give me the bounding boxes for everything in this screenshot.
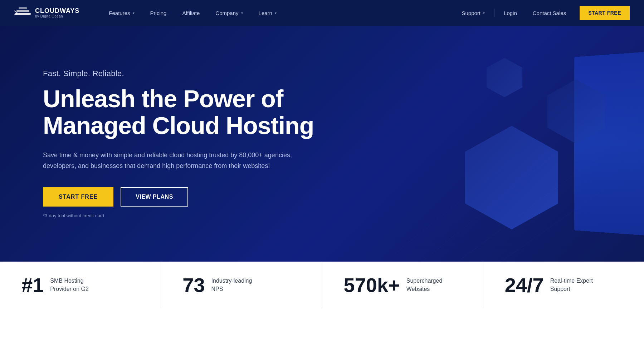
trial-note: *3-day trial without credit card xyxy=(43,213,365,218)
chevron-down-icon: ▾ xyxy=(133,11,135,15)
nav-item-support[interactable]: Support ▾ xyxy=(454,0,493,26)
hero-graphic xyxy=(365,26,644,262)
brand-name: CLOUDWAYS xyxy=(35,8,79,15)
hero-content: Fast. Simple. Reliable. Unleash the Powe… xyxy=(43,69,365,218)
hero-section: Fast. Simple. Reliable. Unleash the Powe… xyxy=(0,26,644,262)
blue-panel xyxy=(574,51,644,236)
chevron-down-icon: ▾ xyxy=(241,11,243,15)
grid-lines xyxy=(394,154,644,262)
svg-rect-0 xyxy=(15,13,31,15)
nav-item-login[interactable]: Login xyxy=(496,0,525,26)
stat-label-2: Industry-leading NPS xyxy=(211,277,258,293)
logo[interactable]: CLOUDWAYS by DigitalOcean xyxy=(14,6,79,19)
svg-line-3 xyxy=(394,154,519,254)
logo-icon xyxy=(14,6,31,19)
svg-rect-1 xyxy=(16,10,29,12)
navbar: CLOUDWAYS by DigitalOcean Features ▾ Pri… xyxy=(0,0,644,26)
nav-item-company[interactable]: Company ▾ xyxy=(208,0,250,26)
start-free-nav-button[interactable]: START FREE xyxy=(580,6,630,20)
stat-number-4: 24/7 xyxy=(505,275,544,295)
stat-item-2: 73 Industry-leading NPS xyxy=(161,262,322,308)
stat-number-3: 570k+ xyxy=(344,275,400,295)
stat-number-1: #1 xyxy=(21,275,44,295)
stat-label-4: Real-time Expert Support xyxy=(550,277,597,293)
view-plans-button[interactable]: VIEW PLANS xyxy=(121,187,188,207)
nav-item-pricing[interactable]: Pricing xyxy=(142,0,175,26)
stat-label-3: Supercharged Websites xyxy=(406,277,453,293)
stat-item-3: 570k+ Supercharged Websites xyxy=(322,262,483,308)
hero-title: Unleash the Power of Managed Cloud Hosti… xyxy=(43,85,365,139)
chevron-down-icon: ▾ xyxy=(275,11,277,15)
chevron-down-icon: ▾ xyxy=(483,11,485,15)
stat-label-1: SMB Hosting Provider on G2 xyxy=(50,277,97,293)
hero-buttons: START FREE VIEW PLANS xyxy=(43,187,365,207)
hero-tagline: Fast. Simple. Reliable. xyxy=(43,69,365,78)
brand-subtitle: by DigitalOcean xyxy=(35,14,79,18)
stat-number-2: 73 xyxy=(182,275,205,295)
hero-description: Save time & money with simple and reliab… xyxy=(43,150,315,172)
svg-line-6 xyxy=(501,162,644,262)
svg-rect-2 xyxy=(19,7,27,9)
logo-text: CLOUDWAYS by DigitalOcean xyxy=(35,8,79,19)
nav-item-learn[interactable]: Learn ▾ xyxy=(251,0,284,26)
nav-item-affiliate[interactable]: Affiliate xyxy=(174,0,208,26)
svg-line-4 xyxy=(422,154,555,262)
nav-divider xyxy=(494,9,494,17)
hex-shape-large xyxy=(465,126,558,229)
nav-right: Support ▾ Login Contact Sales START FREE xyxy=(454,0,630,26)
hex-shape-small xyxy=(487,58,522,97)
nav-links: Features ▾ Pricing Affiliate Company ▾ L… xyxy=(101,0,454,26)
stat-item-1: #1 SMB Hosting Provider on G2 xyxy=(0,262,161,308)
hex-shape-medium xyxy=(547,79,605,144)
stat-item-4: 24/7 Real-time Expert Support xyxy=(483,262,644,308)
nav-item-contact-sales[interactable]: Contact Sales xyxy=(525,0,574,26)
start-free-button[interactable]: START FREE xyxy=(43,187,113,207)
hex-container xyxy=(372,36,623,251)
nav-item-features[interactable]: Features ▾ xyxy=(101,0,142,26)
svg-line-5 xyxy=(458,154,601,262)
stats-bar: #1 SMB Hosting Provider on G2 73 Industr… xyxy=(0,262,644,308)
